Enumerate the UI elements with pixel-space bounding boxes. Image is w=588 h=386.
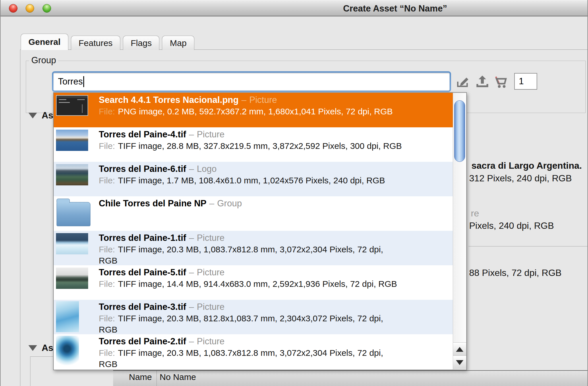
search-results-dropdown: Search 4.4.1 Torres Nacional.png–Picture…: [53, 92, 467, 370]
window-title: Create Asset “No Name”: [343, 3, 447, 14]
tab-general[interactable]: General: [21, 34, 68, 50]
arrow-up-icon: [456, 347, 463, 352]
bg-asset-title-fragment: sacra di Largo Argentina.: [471, 160, 582, 171]
tab-flags[interactable]: Flags: [123, 36, 159, 50]
zoom-button[interactable]: [42, 4, 51, 13]
disclosure-triangle-icon[interactable]: [28, 113, 37, 118]
column-divider: [156, 371, 157, 386]
bg-asset-type-fragment: re: [471, 208, 479, 219]
bg-asset-info-fragment-3: 88 Pixels, 72 dpi, RGB: [469, 268, 562, 278]
name-value: No Name: [160, 372, 196, 382]
scrollbar-thumb[interactable]: [454, 100, 465, 162]
scroll-down-button[interactable]: [453, 356, 466, 369]
bg-asset-info-fragment-2: Pixels, 240 dpi, RGB: [469, 220, 554, 231]
dropdown-item-7[interactable]: Torres del Paine-2.tif–Picture File:TIFF…: [54, 334, 453, 369]
search-results-list: Search 4.4.1 Torres Nacional.png–Picture…: [54, 93, 453, 370]
dropdown-item-1[interactable]: Torres del Paine-4.tif–Picture File:TIFF…: [54, 127, 453, 162]
shopping-cart-icon: [493, 86, 509, 91]
tab-map[interactable]: Map: [162, 36, 194, 50]
name-label: Name: [129, 372, 152, 382]
titlebar[interactable]: Create Asset “No Name”: [1, 0, 587, 16]
thumbnail: [56, 336, 79, 367]
minimize-button[interactable]: [26, 4, 34, 13]
assets-section-header: As: [28, 110, 53, 121]
group-search-input[interactable]: Torres: [52, 71, 451, 92]
folder-icon: [57, 202, 90, 226]
add-to-cart-button[interactable]: [493, 74, 509, 90]
bg-row-divider: [469, 246, 588, 247]
upload-button[interactable]: [474, 74, 490, 90]
thumbnail: [56, 95, 88, 116]
dropdown-item-5[interactable]: Torres del Paine-5.tif–Picture File:TIFF…: [54, 265, 453, 300]
close-button[interactable]: [9, 4, 18, 13]
dropdown-item-2[interactable]: Torres del Paine-6.tif–Logo File:TIFF im…: [54, 162, 453, 196]
edit-pencil-icon: [455, 86, 471, 91]
dropdown-item-0[interactable]: Search 4.4.1 Torres Nacional.png–Picture…: [54, 93, 453, 127]
arrow-down-icon: [456, 360, 463, 365]
group-search-input-value: Torres: [58, 76, 83, 87]
quantity-field[interactable]: 1: [514, 73, 537, 90]
dropdown-item-6[interactable]: Torres del Paine-3.tif–Picture File:TIFF…: [54, 300, 453, 334]
thumbnail: [56, 130, 88, 151]
dropdown-item-3[interactable]: Chile Torres del Paine NP–Group: [54, 196, 453, 231]
text-caret: [83, 76, 84, 87]
dropdown-item-4[interactable]: Torres del Paine-1.tif–Picture File:TIFF…: [54, 231, 453, 265]
assets-section-label: As: [42, 110, 53, 121]
disclosure-triangle-icon[interactable]: [28, 345, 37, 351]
thumbnail: [56, 301, 79, 332]
edit-asset-button[interactable]: [455, 74, 471, 90]
thumbnail: [56, 268, 88, 289]
tab-features[interactable]: Features: [71, 36, 120, 50]
upload-tray-icon: [474, 86, 490, 91]
bg-asset-info-fragment: 312 Pixels, 240 dpi, RGB: [469, 173, 572, 184]
lower-group-box-border: [30, 356, 55, 386]
tab-bar: General Features Flags Map: [21, 34, 194, 50]
thumbnail: [56, 164, 88, 185]
create-asset-window: Create Asset “No Name” General Features …: [0, 0, 588, 386]
thumbnail: [56, 233, 88, 254]
dropdown-scrollbar[interactable]: [453, 93, 466, 370]
group-fieldset-legend: Group: [29, 55, 58, 66]
assets-section-header-2: As: [28, 343, 53, 353]
assets-section-label-2: As: [42, 343, 53, 353]
name-property-row: Name No Name: [113, 370, 588, 386]
scroll-up-button[interactable]: [453, 342, 466, 356]
